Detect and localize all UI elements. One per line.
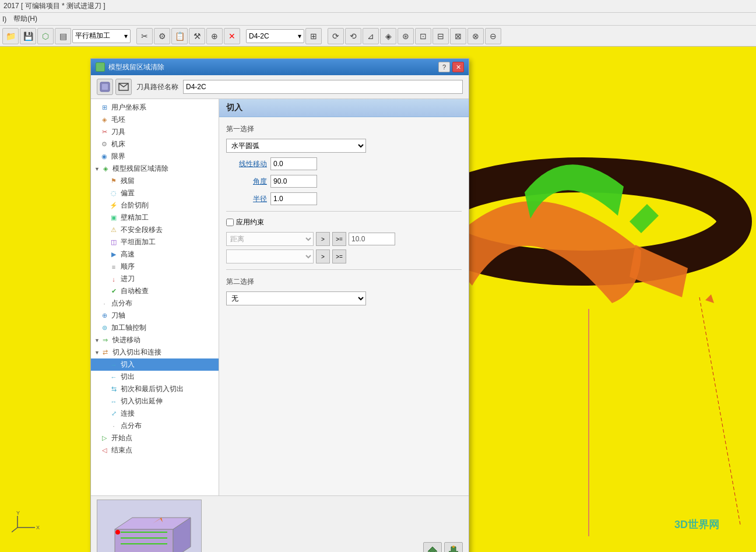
tree-item-auto-check[interactable]: ▶✔自动检查 [91,285,219,297]
radius-label[interactable]: 半径 [226,194,267,204]
tree-item-blank[interactable]: ▶◈毛坯 [91,114,219,126]
svg-text:3D世界网: 3D世界网 [674,519,719,530]
watermark: 3D世界网 [674,508,744,540]
tree-item-order[interactable]: ▶≡顺序 [91,261,219,273]
tree-item-wall-finish[interactable]: ▶▣壁精加工 [91,212,219,224]
toolbar-btn-19[interactable]: ⊠ [450,28,466,44]
tree-item-step-cut[interactable]: ▶⚡台阶切削 [91,199,219,212]
toolbar-btn-7[interactable]: 📋 [171,28,188,44]
dialog-help-button[interactable]: ? [438,62,450,72]
tree-item-plunge[interactable]: ▶↓进刀 [91,273,219,285]
toolbar-btn-16[interactable]: ⊛ [398,28,414,44]
linear-move-label[interactable]: 线性移动 [226,159,267,169]
tree-item-point-dist2[interactable]: ▶·点分布 [91,420,219,432]
tree-item-limits[interactable]: ▶◉限界 [91,150,219,163]
second-choice-select[interactable]: 无 [226,291,366,305]
toolbar-dropdown-2[interactable]: D4-2C ▾ [246,29,304,43]
tree-item-high-speed[interactable]: ▶▶高速 [91,248,219,261]
toolbar-btn-12[interactable]: ⟳ [328,28,344,44]
preview-box [97,500,202,552]
tree-item-point-dist[interactable]: ▶·点分布 [91,297,219,310]
title-text: 2017 [ 可编辑项目 * 测试进退刀 ] [3,1,106,11]
toolbar-btn-17[interactable]: ⊡ [415,28,431,44]
tree-item-model-cleanup[interactable]: ▼◈模型残留区域清除 [91,163,219,175]
expand-arrow-model-cleanup[interactable]: ▼ [94,166,100,172]
constraint-btn-gte-2[interactable]: >= [332,249,346,263]
toolbar-btn-10[interactable]: ✕ [224,28,240,44]
linear-move-input[interactable] [270,157,317,170]
toolbar-dropdown-1[interactable]: 平行精加工 ▾ [72,29,131,43]
toolbar-btn-3[interactable]: ⬡ [37,28,54,44]
toolbar-btn-8[interactable]: ⚒ [189,28,205,44]
toolbar-btn-21[interactable]: ⊖ [485,28,501,44]
tree-label-first-last: 初次和最后切入切出 [121,384,184,394]
bottom-icon-btn-1[interactable] [423,542,442,552]
tree-label-cut-in-out: 切入切出和连接 [112,347,161,357]
expand-arrow-cut-in-out[interactable]: ▼ [94,350,100,356]
constraint-input-1[interactable] [349,233,395,245]
tree-item-cut-out[interactable]: ▶←切出 [91,371,219,383]
tree-item-flat-surface[interactable]: ▶◫平坦面加工 [91,236,219,248]
toolpath-name-row: 刀具路径名称 [91,75,469,99]
toolbar: 📁 💾 ⬡ ▤ 平行精加工 ▾ ✂ ⚙ 📋 ⚒ ⊕ ✕ D4-2C ▾ ⊞ ⟳ … [0,26,756,47]
svg-line-18 [12,528,17,532]
tree-label-order: 顺序 [121,262,135,272]
toolbar-btn-9[interactable]: ⊕ [206,28,223,44]
constraint-btn-gte[interactable]: >= [332,232,346,246]
toolpath-name-input[interactable] [183,80,463,94]
tree-item-start-point[interactable]: ▶▷开始点 [91,432,219,444]
menu-item-i[interactable]: I) [2,15,6,23]
first-choice-select[interactable]: 水平圆弧 [226,139,366,153]
toolbar-btn-20[interactable]: ⊗ [467,28,484,44]
radius-input[interactable] [270,192,317,205]
toolbar-btn-6[interactable]: ⚙ [154,28,170,44]
constraint-btn-gt[interactable]: > [316,232,330,246]
tree-item-rapid-move[interactable]: ▼⇒快进移动 [91,334,219,346]
dialog-close-button[interactable]: ✕ [452,62,464,72]
menu-item-help[interactable]: 帮助(H) [13,14,37,24]
main-area: 模型残留区域清除 ? ✕ [0,47,756,552]
tree-item-first-last[interactable]: ▶⇆初次和最后切入切出 [91,383,219,395]
angle-input[interactable] [270,175,317,188]
tree-label-auto-check: 自动检查 [121,286,149,296]
tree-item-unsafe-remove[interactable]: ▶⚠不安全段移去 [91,224,219,236]
angle-label[interactable]: 角度 [226,177,267,187]
apply-constraint-checkbox[interactable] [226,219,234,226]
tree-item-cut-in-out[interactable]: ▼⇄切入切出和连接 [91,346,219,358]
tree-item-user-coord[interactable]: ▶⊞用户坐标系 [91,101,219,114]
dialog-title-left: 模型残留区域清除 [96,62,164,72]
toolbar-btn-2[interactable]: 💾 [20,28,36,44]
tree-item-end-point[interactable]: ▶◁结束点 [91,444,219,456]
tree-label-plunge: 进刀 [121,274,135,284]
toolbar-btn-15[interactable]: ◈ [380,28,396,44]
constraint-select-2[interactable] [226,249,314,263]
toolbar-btn-11[interactable]: ⊞ [305,28,322,44]
constraint-btn-gt-2[interactable]: > [316,249,330,263]
tree-item-machine[interactable]: ▶⚙机床 [91,138,219,150]
toolpath-name-label: 刀具路径名称 [136,82,178,92]
angle-row: 角度 [226,175,462,188]
toolpath-icons [97,79,132,95]
toolbar-btn-13[interactable]: ⟲ [345,28,361,44]
toolpath-icon-1[interactable] [97,79,113,95]
toolpath-icon-2[interactable] [115,79,132,95]
tree-label-tool-axis: 刀轴 [111,311,125,321]
toolbar-btn-4[interactable]: ▤ [55,28,71,44]
toolbar-btn-14[interactable]: ⊿ [363,28,379,44]
tree-item-cut-in[interactable]: ▶→切入 [91,358,219,371]
tree-item-offset[interactable]: ▶◌偏置 [91,187,219,199]
constraint-row-1: 距离 > >= [226,232,462,246]
bottom-icon-btn-2[interactable] [444,542,463,552]
toolbar-btn-18[interactable]: ⊟ [432,28,449,44]
toolbar-btn-5[interactable]: ✂ [136,28,153,44]
tree-item-connect[interactable]: ▶⤢连接 [91,407,219,420]
expand-arrow-rapid-move[interactable]: ▼ [94,337,100,343]
toolbar-btn-1[interactable]: 📁 [2,28,19,44]
tree-item-machining-ctrl[interactable]: ▶⊚加工轴控制 [91,322,219,334]
tree-label-rapid-move: 快进移动 [112,335,140,345]
tree-item-tool-axis[interactable]: ▶⊕刀轴 [91,310,219,322]
tree-item-residual[interactable]: ▶⚑残留 [91,175,219,187]
tree-item-cut-extend[interactable]: ▶↔切入切出延伸 [91,395,219,407]
constraint-select-1[interactable]: 距离 [226,232,314,246]
tree-item-tool[interactable]: ▶✂刀具 [91,126,219,138]
